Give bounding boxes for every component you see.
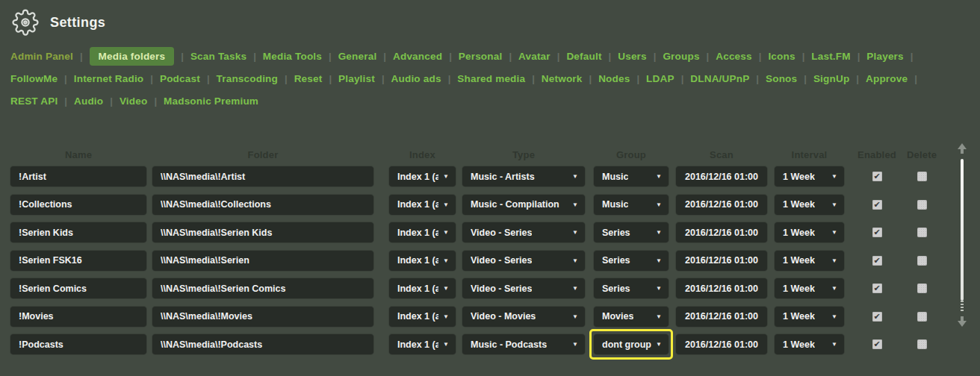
interval-select[interactable]: 1 Week▼ (775, 195, 844, 215)
nav-tab-audio[interactable]: Audio (74, 95, 103, 107)
scrollbar-thumb[interactable] (961, 159, 964, 301)
group-select[interactable]: Music▼ (594, 195, 669, 215)
type-select[interactable]: Video - Series▼ (462, 278, 585, 298)
scroll-down-icon[interactable] (956, 316, 968, 327)
name-input[interactable] (10, 307, 146, 327)
nav-tab-madsonic-premium[interactable]: Madsonic Premium (164, 95, 258, 107)
nav-tab-media-folders[interactable]: Media folders (90, 47, 175, 66)
delete-checkbox[interactable] (917, 339, 927, 349)
scan-input[interactable] (676, 334, 767, 354)
scan-input[interactable] (676, 166, 767, 187)
folder-input[interactable] (152, 222, 373, 242)
nav-tab-access[interactable]: Access (716, 51, 752, 62)
group-select[interactable]: Movies▼ (594, 307, 669, 327)
folder-input[interactable] (152, 251, 373, 271)
type-select[interactable]: Music - Podcasts▼ (462, 334, 585, 354)
name-input[interactable] (10, 251, 146, 271)
index-select[interactable]: Index 1 (all)▼ (389, 195, 456, 215)
enabled-checkbox[interactable]: ✔ (872, 339, 882, 349)
group-select[interactable]: dont group▼ (594, 334, 669, 354)
index-select[interactable]: Index 1 (all)▼ (389, 166, 456, 187)
folder-input[interactable] (152, 307, 373, 327)
enabled-checkbox[interactable]: ✔ (872, 256, 882, 266)
nav-tab-shared-media[interactable]: Shared media (457, 73, 525, 84)
nav-tab-groups[interactable]: Groups (663, 51, 699, 62)
nav-tab-podcast[interactable]: Podcast (160, 73, 200, 84)
nav-tab-default[interactable]: Default (566, 51, 601, 62)
name-input[interactable] (10, 278, 146, 298)
folder-input[interactable] (152, 278, 373, 298)
nav-tab-icons[interactable]: Icons (768, 51, 795, 62)
enabled-checkbox[interactable]: ✔ (872, 283, 882, 293)
index-select[interactable]: Index 1 (all)▼ (389, 307, 456, 327)
group-select[interactable]: Series▼ (594, 251, 669, 271)
interval-select[interactable]: 1 Week▼ (775, 278, 844, 298)
nav-tab-followme[interactable]: FollowMe (10, 73, 58, 84)
nav-tab-avatar[interactable]: Avatar (518, 51, 551, 62)
interval-select[interactable]: 1 Week▼ (775, 222, 844, 242)
enabled-checkbox[interactable]: ✔ (872, 200, 882, 210)
nav-tab-admin-panel[interactable]: Admin Panel (10, 51, 73, 62)
index-select[interactable]: Index 1 (all)▼ (389, 251, 456, 271)
folder-input[interactable] (152, 334, 373, 354)
interval-select[interactable]: 1 Week▼ (775, 334, 844, 354)
delete-checkbox[interactable] (917, 256, 927, 266)
name-input[interactable] (10, 195, 146, 215)
nav-tab-reset[interactable]: Reset (294, 73, 323, 84)
enabled-checkbox[interactable]: ✔ (872, 172, 882, 181)
scan-input[interactable] (676, 251, 767, 271)
nav-tab-sonos[interactable]: Sonos (766, 73, 797, 84)
nav-tab-scan-tasks[interactable]: Scan Tasks (190, 51, 246, 62)
index-select[interactable]: Index 1 (all)▼ (389, 334, 456, 354)
nav-tab-nodes[interactable]: Nodes (598, 73, 630, 84)
delete-checkbox[interactable] (917, 200, 927, 210)
type-select[interactable]: Video - Movies▼ (462, 307, 585, 327)
delete-checkbox[interactable] (917, 228, 927, 237)
interval-select[interactable]: 1 Week▼ (775, 166, 844, 187)
nav-tab-internet-radio[interactable]: Internet Radio (74, 73, 144, 84)
scroll-up-icon[interactable] (956, 143, 968, 154)
nav-tab-rest-api[interactable]: REST API (10, 95, 58, 107)
nav-tab-audio-ads[interactable]: Audio ads (391, 73, 441, 84)
group-select[interactable]: Series▼ (594, 222, 669, 242)
name-input[interactable] (10, 334, 146, 354)
nav-tab-dlna-upnp[interactable]: DLNA/UPnP (690, 73, 749, 84)
name-input[interactable] (10, 166, 146, 187)
group-select[interactable]: Music▼ (594, 166, 669, 187)
nav-tab-last-fm[interactable]: Last.FM (811, 51, 850, 62)
nav-tab-advanced[interactable]: Advanced (393, 51, 442, 62)
delete-checkbox[interactable] (917, 283, 927, 293)
scan-input[interactable] (676, 278, 767, 298)
nav-tab-ldap[interactable]: LDAP (646, 73, 674, 84)
type-select[interactable]: Music - Artists▼ (462, 166, 585, 187)
name-input[interactable] (10, 222, 146, 242)
nav-tab-playlist[interactable]: Playlist (338, 73, 375, 84)
delete-checkbox[interactable] (917, 312, 927, 322)
scan-input[interactable] (676, 222, 767, 242)
interval-select[interactable]: 1 Week▼ (775, 251, 844, 271)
nav-tab-approve[interactable]: Approve (866, 73, 908, 84)
folder-input[interactable] (152, 166, 373, 187)
nav-tab-signup[interactable]: SignUp (813, 73, 849, 84)
nav-tab-video[interactable]: Video (120, 95, 148, 107)
delete-checkbox[interactable] (917, 172, 927, 181)
interval-select[interactable]: 1 Week▼ (775, 307, 844, 327)
scan-input[interactable] (676, 307, 767, 327)
type-select[interactable]: Video - Series▼ (462, 251, 585, 271)
enabled-checkbox[interactable]: ✔ (872, 312, 882, 322)
enabled-checkbox[interactable]: ✔ (872, 228, 882, 237)
nav-tab-personal[interactable]: Personal (459, 51, 503, 62)
type-select[interactable]: Video - Series▼ (462, 222, 585, 242)
nav-tab-media-tools[interactable]: Media Tools (263, 51, 322, 62)
nav-tab-general[interactable]: General (338, 51, 377, 62)
folder-input[interactable] (152, 195, 373, 215)
nav-tab-network[interactable]: Network (542, 73, 583, 84)
nav-tab-players[interactable]: Players (866, 51, 903, 62)
nav-tab-transcoding[interactable]: Transcoding (217, 73, 278, 84)
index-select[interactable]: Index 1 (all)▼ (389, 222, 456, 242)
type-select[interactable]: Music - Compilation▼ (462, 195, 585, 215)
nav-tab-users[interactable]: Users (618, 51, 647, 62)
index-select[interactable]: Index 1 (all)▼ (389, 278, 456, 298)
scan-input[interactable] (676, 195, 767, 215)
group-select[interactable]: Series▼ (594, 278, 669, 298)
